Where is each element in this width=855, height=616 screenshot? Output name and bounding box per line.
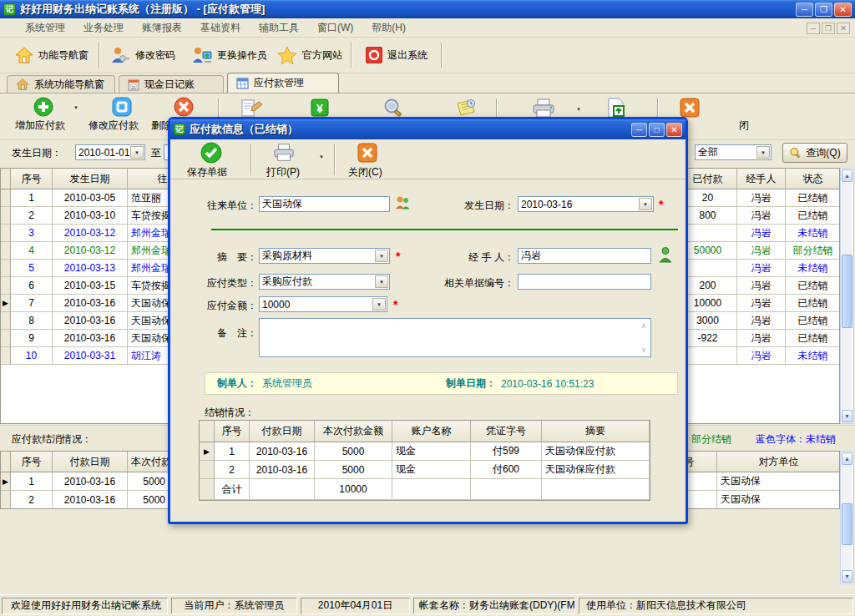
tab-payables-label: 应付款管理 [254, 76, 304, 90]
exit-system-button[interactable]: 退出系统 [359, 41, 434, 69]
amount-combo[interactable]: 10000 ▼ [259, 296, 387, 312]
payable-type-combo[interactable]: 采购应付款 ▼ [259, 274, 390, 290]
date-from-value: 2010-01-01 [76, 147, 129, 159]
dialog-close-toolbar-button[interactable] [357, 143, 377, 163]
create-date-value: 2010-03-16 10:51:23 [501, 378, 594, 390]
ref-number-input[interactable] [518, 274, 651, 290]
table-cell: 部分结销 [786, 242, 840, 260]
pick-handler-button[interactable] [658, 246, 673, 263]
tab-cash-journal[interactable]: 21 现金日记账 [119, 75, 224, 93]
dropdown-arrow-icon[interactable]: ▼ [639, 198, 652, 210]
close-button[interactable]: ✕ [834, 3, 852, 17]
dropdown-arrow-icon[interactable]: ▼ [130, 146, 144, 159]
export-button[interactable] [606, 98, 626, 118]
print-list-button[interactable] [531, 98, 556, 119]
summary-combo[interactable]: 采购原材料 ▼ [259, 248, 390, 264]
dropdown-arrow-icon[interactable]: ▼ [375, 275, 388, 288]
date-from-combo[interactable]: 2010-01-01 ▼ [75, 144, 145, 160]
change-password-label: 修改密码 [135, 48, 175, 63]
create-date-label: 制单日期： [446, 376, 496, 391]
payables-table-scrollbar[interactable]: ▲ ▼ [840, 168, 854, 424]
table-row[interactable]: ▶12010-03-165000现金付599天国动保应付款 [200, 442, 650, 461]
official-site-button[interactable]: 官方网站 [271, 41, 349, 69]
close-tab-button[interactable] [680, 98, 700, 118]
delete-payable-button[interactable] [174, 97, 194, 117]
note-textarea[interactable]: ∧ ∨ [259, 318, 651, 357]
save-voucher-button[interactable] [200, 142, 222, 164]
settlement-table-scrollbar[interactable]: ▲ ▼ [840, 451, 854, 584]
unit-input[interactable]: 天国动保 [259, 196, 390, 212]
save-voucher-label: 保存单据 [187, 165, 227, 179]
plus-icon [33, 97, 53, 117]
menu-window[interactable]: 窗口(W) [317, 21, 353, 35]
status-date: 2010年04月01日 [301, 598, 410, 614]
scroll-thumb[interactable] [842, 255, 852, 328]
menu-help[interactable]: 帮助(H) [372, 21, 406, 35]
table-row[interactable]: 22010-03-165000现金付600天国动保应付款 [200, 461, 650, 479]
dialog-titlebar: 记 应付款信息（已结销） ─ □ ✕ [170, 119, 686, 139]
scroll-up-icon[interactable]: ▲ [842, 452, 852, 465]
tab-nav-window[interactable]: 系统功能导航窗 [7, 75, 115, 93]
child-restore-button[interactable]: ❐ [822, 23, 835, 34]
scroll-up-icon[interactable]: ▲ [842, 169, 852, 182]
scroll-down-icon[interactable]: ▼ [842, 410, 852, 422]
menu-books[interactable]: 账簿报表 [142, 21, 182, 35]
menu-business[interactable]: 业务处理 [83, 21, 124, 35]
modify-payable-button[interactable] [112, 97, 132, 117]
pick-unit-button[interactable] [394, 194, 411, 211]
dialog-print-button[interactable] [272, 143, 296, 163]
table-cell: 付600 [471, 461, 542, 479]
schedule-button[interactable] [456, 98, 478, 117]
maximize-icon: ❐ [820, 5, 827, 14]
dropdown-arrow-icon[interactable]: ▼ [576, 107, 581, 112]
dropdown-arrow-icon[interactable]: ▼ [372, 298, 386, 311]
menu-system[interactable]: 系统管理 [25, 21, 65, 35]
status-filter-combo[interactable]: 全部 ▼ [695, 144, 772, 160]
dialog-close-button[interactable]: ✕ [666, 123, 682, 137]
switch-operator-button[interactable]: 更换操作员 [185, 41, 274, 69]
add-payable-button[interactable] [33, 97, 53, 117]
nav-window-button[interactable]: 功能导航窗 [8, 41, 95, 69]
creator-value: 系统管理员 [262, 376, 312, 391]
table-cell: 冯岩 [737, 312, 786, 330]
table-cell: 5 [11, 260, 53, 277]
dropdown-arrow-icon[interactable]: ▼ [375, 250, 388, 262]
calendar-icon: 21 [128, 78, 139, 91]
status-current-user: 当前用户：系统管理员 [171, 598, 297, 614]
scroll-up-icon[interactable]: ∧ [638, 320, 650, 331]
scroll-down-icon[interactable]: ∨ [638, 344, 650, 356]
occur-date-combo[interactable]: 2010-03-16 ▼ [518, 196, 654, 212]
minimize-button[interactable]: ─ [796, 3, 813, 17]
child-window-controls: ─ ❐ ✕ [807, 23, 850, 34]
menu-basedata[interactable]: 基础资料 [200, 21, 240, 35]
view-button[interactable] [382, 98, 404, 118]
close-x-icon [680, 98, 700, 118]
occur-date-label: 发生日期： [421, 199, 514, 213]
restore-button[interactable]: ❐ [815, 3, 832, 17]
scroll-down-icon[interactable]: ▼ [842, 570, 852, 583]
child-minimize-button[interactable]: ─ [807, 23, 820, 34]
table-cell: 2010-03-16 [250, 461, 315, 479]
home-icon [15, 47, 33, 63]
unit-label: 往来单位： [187, 199, 257, 213]
tab-payables[interactable]: 应付款管理 [227, 73, 339, 93]
home-icon [16, 78, 29, 90]
payment-button[interactable]: ¥ [311, 98, 329, 117]
handler-label: 经 手 人： [421, 250, 514, 265]
summary-label: 摘 要： [187, 250, 257, 265]
scroll-thumb[interactable] [842, 503, 852, 545]
menu-tools[interactable]: 辅助工具 [259, 21, 299, 35]
audit-button[interactable] [240, 98, 264, 119]
query-button[interactable]: 查询(Q) [782, 143, 847, 163]
payable-type-value: 采购应付款 [260, 275, 374, 289]
maximize-icon: □ [654, 125, 659, 134]
dropdown-arrow-icon[interactable]: ▼ [756, 146, 770, 159]
dialog-minimize-button[interactable]: ─ [631, 123, 647, 137]
dialog-maximize-button[interactable]: □ [649, 123, 665, 137]
child-close-button[interactable]: ✕ [837, 23, 850, 34]
dropdown-arrow-icon[interactable]: ▼ [73, 105, 78, 110]
dropdown-arrow-icon[interactable]: ▼ [319, 154, 324, 159]
handler-input[interactable]: 冯岩 [518, 248, 651, 264]
dialog-settle-table[interactable]: 序号付款日期本次付款金额账户名称凭证字号摘要▶12010-03-165000现金… [199, 420, 650, 501]
change-password-button[interactable]: 修改密码 [104, 41, 182, 69]
